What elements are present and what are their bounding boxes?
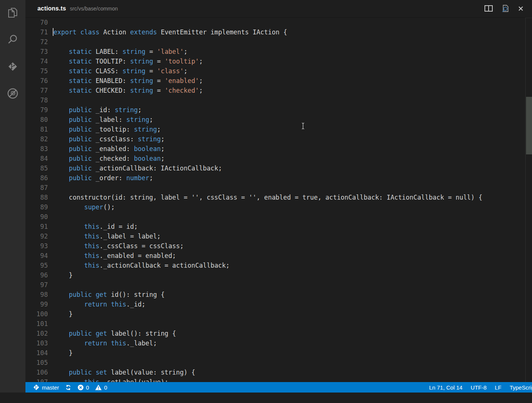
code-line[interactable]: 75 static CLASS: string = 'class'; bbox=[25, 66, 532, 76]
code-line[interactable]: 89 super(); bbox=[25, 202, 532, 212]
code-line[interactable]: 76 static ENABLED: string = 'enabled'; bbox=[25, 76, 532, 86]
line-number[interactable]: 86 bbox=[25, 173, 48, 183]
activity-item-debug[interactable] bbox=[0, 81, 25, 108]
code-line[interactable]: 71export class Action extends EventEmitt… bbox=[25, 27, 532, 37]
code-line[interactable]: 70 bbox=[25, 18, 532, 27]
code-line[interactable]: 80 public _label: string; bbox=[25, 115, 532, 124]
sync-button[interactable] bbox=[65, 384, 71, 391]
code-line[interactable]: 97 bbox=[25, 280, 532, 290]
code-line[interactable]: 93 this._cssClass = cssClass; bbox=[25, 241, 532, 251]
line-number[interactable]: 76 bbox=[25, 76, 48, 86]
code-line[interactable]: 91 this._id = id; bbox=[25, 222, 532, 231]
line-number[interactable]: 73 bbox=[25, 47, 48, 56]
code-line[interactable]: 90 bbox=[25, 212, 532, 222]
code-editor[interactable]: 7071export class Action extends EventEmi… bbox=[25, 18, 532, 393]
cursor-position-status[interactable]: Ln 71, Col 14 bbox=[429, 384, 462, 391]
line-number[interactable]: 104 bbox=[25, 348, 48, 358]
code-line[interactable]: 73 static LABEL: string = 'label'; bbox=[25, 47, 532, 56]
code-line[interactable]: 94 this._enabled = enabled; bbox=[25, 251, 532, 261]
line-number[interactable]: 72 bbox=[25, 37, 48, 47]
line-number[interactable]: 102 bbox=[25, 329, 48, 338]
line-number[interactable]: 98 bbox=[25, 290, 48, 299]
eol-status[interactable]: LF bbox=[495, 384, 502, 391]
code-line[interactable]: 72 bbox=[25, 37, 532, 47]
line-number[interactable]: 106 bbox=[25, 367, 48, 377]
line-number[interactable]: 80 bbox=[25, 115, 48, 124]
file-path: src/vs/base/common bbox=[70, 6, 118, 12]
line-number[interactable]: 77 bbox=[25, 86, 48, 95]
activity-item-explorer[interactable] bbox=[0, 0, 25, 27]
code-line[interactable]: 103 return this._label; bbox=[25, 338, 532, 348]
line-number[interactable]: 81 bbox=[25, 124, 48, 134]
code-line[interactable]: 104 } bbox=[25, 348, 532, 358]
title-actions bbox=[484, 4, 532, 13]
close-icon[interactable] bbox=[517, 5, 525, 12]
activity-item-search[interactable] bbox=[0, 27, 25, 54]
line-number[interactable]: 103 bbox=[25, 338, 48, 348]
line-number[interactable]: 83 bbox=[25, 144, 48, 154]
activity-item-git[interactable] bbox=[0, 54, 25, 81]
line-number[interactable]: 74 bbox=[25, 56, 48, 66]
line-number[interactable]: 96 bbox=[25, 270, 48, 280]
line-number[interactable]: 93 bbox=[25, 241, 48, 251]
open-preview-icon[interactable] bbox=[501, 4, 510, 13]
code-line[interactable]: 101 bbox=[25, 319, 532, 329]
line-number[interactable]: 105 bbox=[25, 358, 48, 367]
line-content: public _cssClass: string; bbox=[53, 134, 165, 144]
code-line[interactable]: 78 bbox=[25, 95, 532, 105]
line-number[interactable]: 84 bbox=[25, 154, 48, 163]
files-icon bbox=[6, 6, 19, 21]
code-line[interactable]: 106 public set label(value: string) { bbox=[25, 367, 532, 377]
vertical-scrollbar[interactable] bbox=[525, 18, 532, 393]
code-line[interactable]: 86 public _order: number; bbox=[25, 173, 532, 183]
encoding-status[interactable]: UTF-8 bbox=[471, 384, 487, 391]
code-line[interactable]: 84 public _checked: boolean; bbox=[25, 154, 532, 163]
code-line[interactable]: 77 static CHECKED: string = 'checked'; bbox=[25, 86, 532, 95]
line-number[interactable]: 97 bbox=[25, 280, 48, 290]
line-number[interactable]: 92 bbox=[25, 231, 48, 241]
split-editor-icon[interactable] bbox=[484, 4, 493, 13]
line-content: public _label: string; bbox=[53, 115, 153, 124]
line-number[interactable]: 99 bbox=[25, 299, 48, 309]
line-number[interactable]: 71 bbox=[25, 27, 48, 37]
line-number[interactable]: 75 bbox=[25, 66, 48, 76]
line-number[interactable]: 90 bbox=[25, 212, 48, 222]
line-number[interactable]: 91 bbox=[25, 222, 48, 231]
code-line[interactable]: 83 public _enabled: boolean; bbox=[25, 144, 532, 154]
code-line[interactable]: 96 } bbox=[25, 270, 532, 280]
line-number[interactable]: 79 bbox=[25, 105, 48, 115]
line-number[interactable]: 85 bbox=[25, 163, 48, 173]
code-line[interactable]: 95 this._actionCallback = actionCallback… bbox=[25, 261, 532, 270]
scrollbar-thumb[interactable] bbox=[526, 97, 532, 154]
errors-status[interactable]: 0 bbox=[77, 384, 89, 391]
code-line[interactable]: 81 public _tooltip: string; bbox=[25, 124, 532, 134]
code-line[interactable]: 88 constructor(id: string, label = '', c… bbox=[25, 193, 532, 202]
line-content: } bbox=[53, 309, 73, 319]
line-number[interactable]: 87 bbox=[25, 183, 48, 193]
code-line[interactable]: 79 public _id: string; bbox=[25, 105, 532, 115]
line-number[interactable]: 70 bbox=[25, 18, 48, 27]
code-line[interactable]: 105 bbox=[25, 358, 532, 367]
line-number[interactable]: 82 bbox=[25, 134, 48, 144]
line-number[interactable]: 89 bbox=[25, 202, 48, 212]
code-line[interactable]: 87 bbox=[25, 183, 532, 193]
git-branch-status[interactable]: master bbox=[33, 384, 59, 391]
line-number[interactable]: 95 bbox=[25, 261, 48, 270]
code-line[interactable]: 85 public _actionCallback: IActionCallba… bbox=[25, 163, 532, 173]
line-number[interactable]: 88 bbox=[25, 193, 48, 202]
language-mode-status[interactable]: TypeScript bbox=[510, 384, 532, 391]
code-line[interactable]: 98 public get id(): string { bbox=[25, 290, 532, 299]
line-number[interactable]: 78 bbox=[25, 95, 48, 105]
error-icon bbox=[77, 384, 84, 391]
line-content: } bbox=[53, 270, 73, 280]
code-line[interactable]: 99 return this._id; bbox=[25, 299, 532, 309]
line-number[interactable]: 100 bbox=[25, 309, 48, 319]
line-number[interactable]: 101 bbox=[25, 319, 48, 329]
code-line[interactable]: 82 public _cssClass: string; bbox=[25, 134, 532, 144]
code-line[interactable]: 74 static TOOLTIP: string = 'tooltip'; bbox=[25, 56, 532, 66]
code-line[interactable]: 100 } bbox=[25, 309, 532, 319]
warnings-status[interactable]: 0 bbox=[95, 384, 107, 391]
code-line[interactable]: 92 this._label = label; bbox=[25, 231, 532, 241]
line-number[interactable]: 94 bbox=[25, 251, 48, 261]
code-line[interactable]: 102 public get label(): string { bbox=[25, 329, 532, 338]
